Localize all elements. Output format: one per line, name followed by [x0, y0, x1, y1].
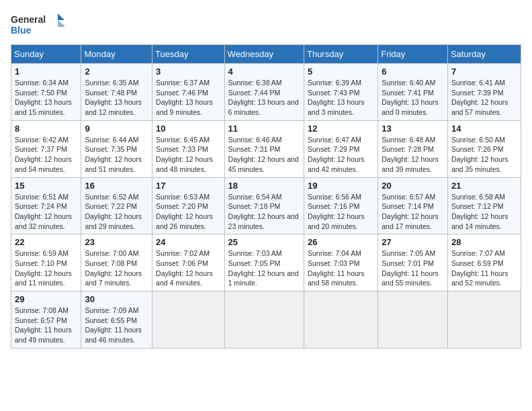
day-detail: Sunrise: 6:54 AMSunset: 7:18 PMDaylight:… [228, 192, 300, 232]
day-header-thursday: Thursday [304, 45, 378, 64]
calendar-week-row: 8Sunrise: 6:42 AMSunset: 7:37 PMDaylight… [11, 120, 521, 177]
logo-svg: General Blue [11, 11, 64, 38]
day-number: 11 [228, 124, 300, 134]
svg-text:Blue: Blue [11, 25, 32, 36]
day-detail: Sunrise: 6:45 AMSunset: 7:33 PMDaylight:… [156, 135, 220, 175]
calendar-cell: 24Sunrise: 7:02 AMSunset: 7:06 PMDayligh… [152, 234, 224, 291]
day-number: 18 [228, 181, 300, 191]
calendar-cell: 1Sunrise: 6:34 AMSunset: 7:50 PMDaylight… [11, 64, 81, 121]
calendar-cell [378, 291, 448, 349]
calendar-cell: 6Sunrise: 6:40 AMSunset: 7:41 PMDaylight… [378, 64, 448, 121]
day-detail: Sunrise: 6:58 AMSunset: 7:12 PMDaylight:… [451, 192, 517, 232]
day-number: 1 [15, 66, 77, 77]
day-detail: Sunrise: 6:41 AMSunset: 7:39 PMDaylight:… [451, 78, 517, 118]
calendar-cell: 16Sunrise: 6:52 AMSunset: 7:22 PMDayligh… [81, 177, 152, 234]
calendar-cell: 4Sunrise: 6:38 AMSunset: 7:44 PMDaylight… [224, 64, 304, 121]
calendar-cell [152, 291, 224, 349]
svg-text:General: General [11, 14, 46, 25]
day-header-wednesday: Wednesday [224, 45, 304, 64]
calendar-cell: 23Sunrise: 7:00 AMSunset: 7:08 PMDayligh… [81, 234, 152, 291]
calendar-cell: 3Sunrise: 6:37 AMSunset: 7:46 PMDaylight… [152, 64, 224, 121]
day-number: 8 [15, 124, 77, 134]
svg-marker-2 [58, 13, 64, 20]
calendar-cell: 22Sunrise: 6:59 AMSunset: 7:10 PMDayligh… [11, 234, 81, 291]
day-detail: Sunrise: 6:56 AMSunset: 7:16 PMDaylight:… [308, 192, 374, 232]
day-number: 23 [85, 237, 148, 247]
svg-marker-3 [58, 20, 64, 27]
day-detail: Sunrise: 7:04 AMSunset: 7:03 PMDaylight:… [308, 248, 374, 288]
day-number: 29 [15, 294, 77, 304]
day-number: 14 [451, 124, 517, 134]
day-number: 10 [156, 124, 220, 134]
day-number: 4 [228, 66, 300, 77]
calendar-cell: 14Sunrise: 6:50 AMSunset: 7:26 PMDayligh… [447, 120, 521, 177]
day-detail: Sunrise: 7:03 AMSunset: 7:05 PMDaylight:… [228, 248, 300, 288]
day-detail: Sunrise: 6:52 AMSunset: 7:22 PMDaylight:… [85, 192, 148, 232]
day-number: 6 [382, 66, 444, 77]
calendar-cell: 10Sunrise: 6:45 AMSunset: 7:33 PMDayligh… [152, 120, 224, 177]
calendar-cell: 7Sunrise: 6:41 AMSunset: 7:39 PMDaylight… [447, 64, 521, 121]
day-detail: Sunrise: 6:47 AMSunset: 7:29 PMDaylight:… [308, 135, 374, 175]
day-detail: Sunrise: 6:59 AMSunset: 7:10 PMDaylight:… [15, 248, 77, 288]
calendar-cell: 21Sunrise: 6:58 AMSunset: 7:12 PMDayligh… [447, 177, 521, 234]
day-detail: Sunrise: 6:48 AMSunset: 7:28 PMDaylight:… [382, 135, 444, 175]
calendar-week-row: 22Sunrise: 6:59 AMSunset: 7:10 PMDayligh… [11, 234, 521, 291]
day-detail: Sunrise: 6:39 AMSunset: 7:43 PMDaylight:… [308, 78, 374, 118]
day-number: 20 [382, 181, 444, 191]
calendar-cell: 20Sunrise: 6:57 AMSunset: 7:14 PMDayligh… [378, 177, 448, 234]
day-detail: Sunrise: 7:00 AMSunset: 7:08 PMDaylight:… [85, 248, 148, 288]
day-number: 28 [451, 237, 517, 247]
calendar-cell: 26Sunrise: 7:04 AMSunset: 7:03 PMDayligh… [304, 234, 378, 291]
day-number: 17 [156, 181, 220, 191]
calendar-week-row: 29Sunrise: 7:08 AMSunset: 6:57 PMDayligh… [11, 291, 521, 349]
calendar-cell: 18Sunrise: 6:54 AMSunset: 7:18 PMDayligh… [224, 177, 304, 234]
calendar-cell: 28Sunrise: 7:07 AMSunset: 6:59 PMDayligh… [447, 234, 521, 291]
calendar-cell: 13Sunrise: 6:48 AMSunset: 7:28 PMDayligh… [378, 120, 448, 177]
calendar-cell [224, 291, 304, 349]
day-number: 22 [15, 237, 77, 247]
day-number: 3 [156, 66, 220, 77]
calendar-cell: 17Sunrise: 6:53 AMSunset: 7:20 PMDayligh… [152, 177, 224, 234]
day-number: 21 [451, 181, 517, 191]
calendar-cell: 8Sunrise: 6:42 AMSunset: 7:37 PMDaylight… [11, 120, 81, 177]
day-detail: Sunrise: 6:44 AMSunset: 7:35 PMDaylight:… [85, 135, 148, 175]
day-number: 26 [308, 237, 374, 247]
day-number: 15 [15, 181, 77, 191]
day-detail: Sunrise: 7:07 AMSunset: 6:59 PMDaylight:… [451, 248, 517, 288]
calendar-cell: 12Sunrise: 6:47 AMSunset: 7:29 PMDayligh… [304, 120, 378, 177]
calendar-cell: 2Sunrise: 6:35 AMSunset: 7:48 PMDaylight… [81, 64, 152, 121]
day-detail: Sunrise: 6:40 AMSunset: 7:41 PMDaylight:… [382, 78, 444, 118]
day-detail: Sunrise: 6:50 AMSunset: 7:26 PMDaylight:… [451, 135, 517, 175]
calendar-header-row: SundayMondayTuesdayWednesdayThursdayFrid… [11, 45, 521, 64]
day-number: 19 [308, 181, 374, 191]
calendar-week-row: 15Sunrise: 6:51 AMSunset: 7:24 PMDayligh… [11, 177, 521, 234]
calendar-cell: 27Sunrise: 7:05 AMSunset: 7:01 PMDayligh… [378, 234, 448, 291]
day-detail: Sunrise: 7:05 AMSunset: 7:01 PMDaylight:… [382, 248, 444, 288]
calendar-cell: 5Sunrise: 6:39 AMSunset: 7:43 PMDaylight… [304, 64, 378, 121]
day-number: 9 [85, 124, 148, 134]
day-detail: Sunrise: 6:37 AMSunset: 7:46 PMDaylight:… [156, 78, 220, 118]
day-number: 2 [85, 66, 148, 77]
day-detail: Sunrise: 7:02 AMSunset: 7:06 PMDaylight:… [156, 248, 220, 288]
day-detail: Sunrise: 6:51 AMSunset: 7:24 PMDaylight:… [15, 192, 77, 232]
day-detail: Sunrise: 6:57 AMSunset: 7:14 PMDaylight:… [382, 192, 444, 232]
calendar-cell: 19Sunrise: 6:56 AMSunset: 7:16 PMDayligh… [304, 177, 378, 234]
calendar-cell: 25Sunrise: 7:03 AMSunset: 7:05 PMDayligh… [224, 234, 304, 291]
calendar-cell [304, 291, 378, 349]
calendar-cell: 11Sunrise: 6:46 AMSunset: 7:31 PMDayligh… [224, 120, 304, 177]
calendar-cell: 9Sunrise: 6:44 AMSunset: 7:35 PMDaylight… [81, 120, 152, 177]
day-detail: Sunrise: 6:42 AMSunset: 7:37 PMDaylight:… [15, 135, 77, 175]
calendar-week-row: 1Sunrise: 6:34 AMSunset: 7:50 PMDaylight… [11, 64, 521, 121]
day-header-sunday: Sunday [11, 45, 81, 64]
day-header-friday: Friday [378, 45, 448, 64]
calendar-cell: 15Sunrise: 6:51 AMSunset: 7:24 PMDayligh… [11, 177, 81, 234]
logo: General Blue [11, 11, 64, 38]
day-detail: Sunrise: 7:08 AMSunset: 6:57 PMDaylight:… [15, 306, 77, 345]
day-number: 27 [382, 237, 444, 247]
day-number: 5 [308, 66, 374, 77]
day-header-saturday: Saturday [447, 45, 521, 64]
day-detail: Sunrise: 6:35 AMSunset: 7:48 PMDaylight:… [85, 78, 148, 118]
day-number: 30 [85, 294, 148, 304]
day-detail: Sunrise: 6:38 AMSunset: 7:44 PMDaylight:… [228, 78, 300, 118]
day-number: 7 [451, 66, 517, 77]
